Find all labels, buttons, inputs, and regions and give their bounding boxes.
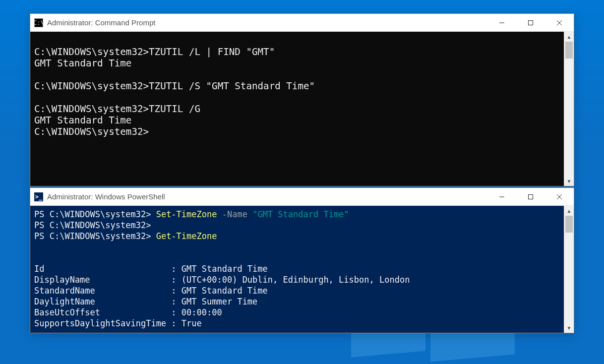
cmd-titlebar[interactable]: C:\ Administrator: Command Prompt [30,14,574,32]
powershell-app-icon: >_ [34,192,43,201]
scroll-up-icon[interactable]: ▲ [564,206,574,216]
cmd-terminal-output[interactable]: C:\WINDOWS\system32>TZUTIL /L | FIND "GM… [30,32,564,186]
scroll-up-icon[interactable]: ▲ [564,32,574,42]
svg-rect-1 [529,20,533,25]
maximize-button[interactable] [516,188,545,205]
powershell-window: >_ Administrator: Windows PowerShell PS … [30,187,574,333]
minimize-button[interactable] [487,14,516,31]
ps-title-text: Administrator: Windows PowerShell [47,192,487,201]
maximize-icon [528,20,534,26]
minimize-icon [499,20,505,26]
close-button[interactable] [545,188,574,205]
minimize-icon [499,194,505,200]
scroll-down-icon[interactable]: ▼ [564,323,574,333]
cmd-title-text: Administrator: Command Prompt [47,18,487,27]
maximize-icon [528,194,534,200]
svg-rect-5 [529,194,533,199]
maximize-button[interactable] [516,14,545,31]
close-button[interactable] [545,14,574,31]
close-icon [556,20,562,26]
close-icon [556,194,562,200]
cmd-app-icon: C:\ [34,18,43,27]
scroll-down-icon[interactable]: ▼ [564,176,574,186]
cmd-scrollbar[interactable]: ▲ ▼ [564,32,574,186]
ps-terminal-output[interactable]: PS C:\WINDOWS\system32> Set-TimeZone -Na… [30,206,564,333]
cmd-window: C:\ Administrator: Command Prompt C:\WIN… [30,13,574,186]
scrollbar-thumb[interactable] [565,42,573,59]
ps-titlebar[interactable]: >_ Administrator: Windows PowerShell [30,188,574,206]
minimize-button[interactable] [487,188,516,205]
ps-scrollbar[interactable]: ▲ ▼ [564,206,574,333]
scrollbar-thumb[interactable] [565,216,573,233]
